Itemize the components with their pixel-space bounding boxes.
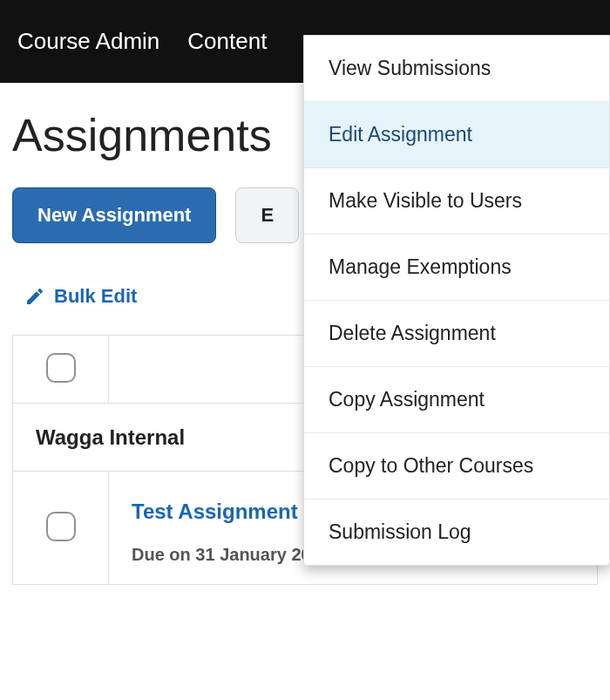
nav-course-admin[interactable]: Course Admin <box>17 28 159 55</box>
menu-make-visible[interactable]: Make Visible to Users <box>304 168 609 234</box>
menu-copy-assignment[interactable]: Copy Assignment <box>304 367 609 433</box>
menu-edit-assignment[interactable]: Edit Assignment <box>304 102 609 168</box>
new-assignment-button[interactable]: New Assignment <box>12 187 216 243</box>
menu-copy-other-courses[interactable]: Copy to Other Courses <box>304 433 609 500</box>
menu-view-submissions[interactable]: View Submissions <box>304 36 609 102</box>
pencil-icon <box>24 286 45 307</box>
bulk-edit-label: Bulk Edit <box>54 285 137 308</box>
menu-delete-assignment[interactable]: Delete Assignment <box>304 301 609 367</box>
assignment-link[interactable]: Test Assignment <box>132 500 298 524</box>
nav-content[interactable]: Content <box>187 28 267 55</box>
menu-manage-exemptions[interactable]: Manage Exemptions <box>304 234 609 301</box>
secondary-button[interactable]: E <box>235 187 299 243</box>
select-all-cell <box>13 336 109 404</box>
row-checkbox[interactable] <box>46 512 76 541</box>
bulk-edit-link[interactable]: Bulk Edit <box>24 285 137 308</box>
menu-submission-log[interactable]: Submission Log <box>304 500 609 565</box>
context-menu: View Submissions Edit Assignment Make Vi… <box>303 35 610 566</box>
row-checkbox-cell <box>13 472 109 585</box>
select-all-checkbox[interactable] <box>46 353 76 383</box>
